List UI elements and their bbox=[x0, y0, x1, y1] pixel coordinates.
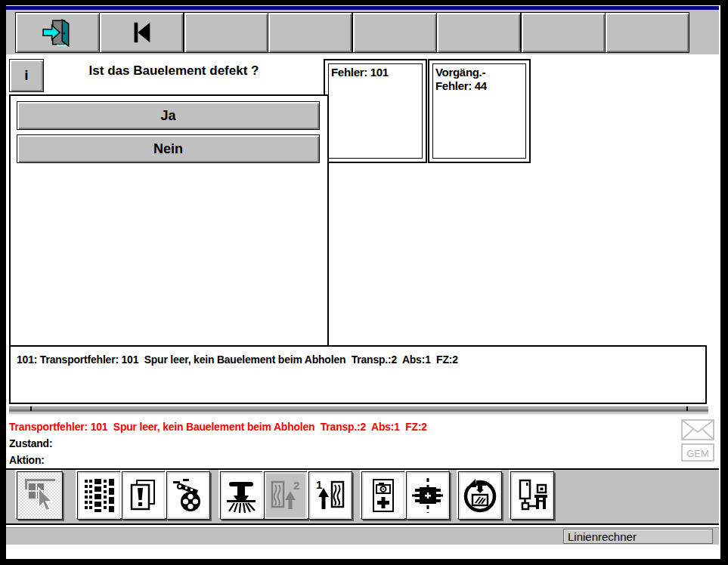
tool-camera-teach-button[interactable] bbox=[361, 471, 405, 520]
exit-door-icon bbox=[42, 18, 73, 47]
pcb2-number: 2 bbox=[293, 479, 299, 492]
toolbar-empty-button-8[interactable] bbox=[605, 12, 689, 53]
tool-line-computer-button[interactable] bbox=[510, 471, 554, 520]
error-list-icon bbox=[127, 477, 160, 514]
computer-name-field: Linienrechner bbox=[563, 529, 713, 544]
error-message-box: 101: Transportfehler: 101 Spur leer, kei… bbox=[9, 345, 707, 404]
tool-desktop-pointer-button[interactable] bbox=[17, 471, 63, 520]
toolbar-empty-button-5[interactable] bbox=[352, 12, 437, 53]
cycle-repeat-icon bbox=[463, 477, 497, 514]
toolbar-empty-button-6[interactable] bbox=[436, 12, 521, 53]
no-button[interactable]: Nein bbox=[17, 134, 320, 163]
splitter-tick-left bbox=[30, 406, 32, 411]
toolbar-empty-button-3[interactable] bbox=[184, 12, 268, 53]
skip-back-icon bbox=[126, 20, 156, 45]
component-reel-icon bbox=[172, 477, 205, 514]
machine-control-screen: i Ist das Bauelement defekt ? Fehler: 10… bbox=[0, 0, 728, 565]
placement-head-icon bbox=[225, 477, 259, 514]
tool-component-centering-button[interactable] bbox=[406, 471, 450, 520]
exit-button[interactable] bbox=[15, 12, 100, 53]
previous-error-line1: Vorgäng.- bbox=[435, 66, 523, 79]
component-centering-icon bbox=[411, 477, 445, 514]
line-computer-icon bbox=[516, 477, 549, 514]
status-bar: Linienrechner bbox=[6, 527, 719, 545]
status-error-text: Transportfehler: 101 Spur leer, kein Bau… bbox=[9, 420, 427, 433]
pcb1-number: 1 bbox=[316, 478, 322, 491]
gem-envelope-icon: GEM bbox=[676, 415, 720, 464]
component-tapes-icon bbox=[82, 477, 116, 514]
zustand-label: Zustand: bbox=[9, 437, 52, 449]
splitter-divider bbox=[9, 406, 708, 415]
yes-button[interactable]: Ja bbox=[17, 101, 320, 130]
answer-panel: Ja Nein bbox=[9, 94, 329, 347]
current-error-label: Fehler: 101 bbox=[328, 63, 423, 159]
splitter-tick-right bbox=[686, 406, 688, 411]
toolbar-empty-button-4[interactable] bbox=[268, 12, 352, 53]
tool-error-list-button[interactable] bbox=[122, 471, 166, 520]
current-error-box: Fehler: 101 bbox=[324, 59, 427, 163]
previous-error-line2: Fehler: 44 bbox=[435, 79, 523, 93]
aktion-label: Aktion: bbox=[9, 453, 45, 466]
top-toolbar bbox=[6, 10, 719, 54]
desktop-pointer-icon bbox=[22, 476, 58, 515]
tool-pcb-transport-1-button[interactable]: 1 bbox=[308, 471, 352, 520]
pcb-transport-1-icon: 1 bbox=[314, 477, 347, 514]
tool-component-reel-button[interactable] bbox=[166, 471, 210, 520]
tool-placement-head-button[interactable] bbox=[220, 471, 264, 520]
skip-back-button[interactable] bbox=[99, 12, 184, 53]
tool-component-tapes-button[interactable] bbox=[77, 471, 121, 520]
previous-error-label: Vorgäng.- Fehler: 44 bbox=[432, 63, 526, 159]
gem-label: GEM bbox=[686, 448, 709, 459]
error-message-text: 101: Transportfehler: 101 Spur leer, kei… bbox=[17, 353, 458, 366]
previous-error-box: Vorgäng.- Fehler: 44 bbox=[428, 59, 531, 163]
tool-cycle-repeat-button[interactable] bbox=[458, 471, 502, 520]
pcb-transport-2-icon: 2 bbox=[269, 477, 302, 514]
toolbar-empty-button-7[interactable] bbox=[521, 12, 606, 53]
camera-teach-icon bbox=[367, 477, 400, 514]
question-title: Ist das Bauelement defekt ? bbox=[23, 63, 325, 79]
tool-pcb-transport-2-button[interactable]: 2 bbox=[264, 471, 308, 520]
